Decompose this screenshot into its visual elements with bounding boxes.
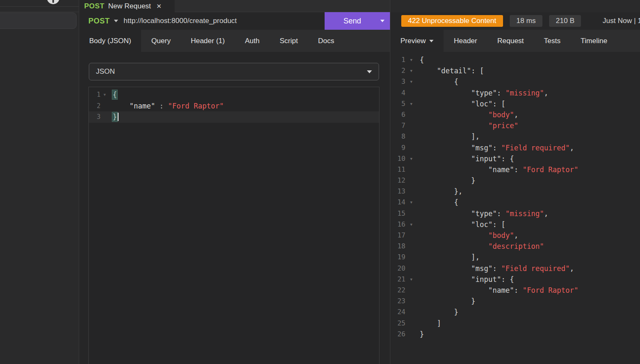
response-timestamp: Just Now | 1 [603,17,640,25]
response-size-badge: 210 B [549,15,581,27]
code-line: 17 "body", [390,230,640,241]
code-text: "input": { [417,153,514,164]
code-line: 14▼ { [390,197,640,208]
line-number: 1 [394,54,405,65]
code-line: 26} [390,329,640,340]
tab-preview[interactable]: Preview [390,30,444,52]
fold-arrow-icon[interactable]: ▼ [405,153,417,164]
status-badge: 422 Unprocessable Content [401,15,503,27]
code-line: 23 } [390,296,640,307]
send-options-chevron-icon[interactable] [380,20,385,22]
response-pane: 422 Unprocessable Content 18 ms 210 B Ju… [390,0,640,364]
code-text: { [417,76,458,87]
line-number: 1 [90,89,101,101]
sidebar-collection-item[interactable] [0,13,77,29]
tab-script[interactable]: Script [270,30,308,52]
tab-response-request[interactable]: Request [487,30,534,52]
code-line: 11 "name": "Ford Raptor" [390,164,640,175]
line-number: 2 [394,65,405,76]
send-button[interactable]: Send [325,12,390,30]
line-number: 20 [394,263,405,274]
request-tab[interactable]: POST New Request ✕ [79,0,175,12]
line-number: 24 [394,307,405,318]
tab-query[interactable]: Query [141,30,181,52]
code-text: "price" [417,120,518,131]
body-type-select[interactable]: JSON [89,63,379,80]
line-number: 23 [394,296,405,307]
code-line: 2▼ "detail": [ [390,65,640,76]
line-number: 15 [394,208,405,219]
line-number: 14 [394,197,405,208]
code-text: } [417,175,475,186]
code-line: 5▼ "loc": [ [390,98,640,109]
line-number: 3 [394,76,405,87]
line-number: 12 [394,175,405,186]
close-tab-icon[interactable]: ✕ [156,3,162,10]
line-number: 18 [394,241,405,252]
code-line: 6 "body", [390,109,640,120]
code-text: "type": "missing", [417,208,548,219]
tab-docs[interactable]: Docs [308,30,344,52]
line-number: 16 [394,219,405,230]
code-line: 4 "type": "missing", [390,88,640,98]
line-number: 5 [394,98,405,109]
chevron-down-icon [367,70,372,73]
tab-header[interactable]: Header (1) [181,30,235,52]
response-time-badge: 18 ms [510,15,542,27]
fold-arrow-icon[interactable]: ▼ [101,89,109,101]
line-number: 11 [394,164,405,175]
url-input[interactable]: http://localhost:8000/create_product [124,17,237,25]
sidebar-divider [0,12,79,12]
fold-arrow-icon[interactable]: ▼ [405,274,417,285]
line-number: 10 [394,153,405,164]
tab-tests[interactable]: Tests [534,30,571,52]
fold-arrow-icon[interactable]: ▼ [405,76,417,87]
response-viewer: 1▼{2▼ "detail": [3▼ {4 "type": "missing"… [390,52,640,364]
response-section-tabs: Preview Header Request Tests Timeline [390,30,640,52]
line-number: 19 [394,252,405,263]
fold-arrow-icon[interactable]: ▼ [405,98,417,109]
line-number: 22 [394,285,405,296]
code-line: 24 } [390,307,640,318]
line-number: 26 [394,329,405,340]
code-line: 12 } [390,175,640,186]
line-number: 8 [394,131,405,142]
fold-arrow-icon[interactable]: ▼ [405,65,417,76]
tab-method-label: POST [84,2,104,10]
code-text: "msg": "Field required", [417,263,574,274]
code-text: "msg": "Field required", [417,142,574,153]
tab-timeline[interactable]: Timeline [570,30,617,52]
pane-divider [79,0,79,364]
code-text: "input": { [417,274,514,285]
fold-arrow-icon[interactable]: ▼ [405,219,417,230]
chevron-down-icon[interactable] [114,20,118,22]
fold-arrow-icon[interactable]: ▼ [405,197,417,208]
tab-auth[interactable]: Auth [235,30,270,52]
request-tab-bar: POST New Request ✕ [79,0,390,12]
line-number: 6 [394,109,405,120]
sidebar-divider [0,6,79,7]
code-text: } [417,329,424,340]
code-text: "detail": [ [417,65,484,76]
line-number: 17 [394,230,405,241]
code-line: 19 ], [390,252,640,263]
send-button-label: Send [343,17,361,26]
code-text: "body", [417,230,518,241]
code-text: "loc": [ [417,98,506,109]
info-icon[interactable] [47,0,59,4]
code-text: } [417,307,458,318]
chevron-down-icon [429,40,434,42]
code-text: } [109,111,119,123]
tab-body-json[interactable]: Body (JSON) [79,30,141,52]
code-line: 25 ] [390,318,640,329]
method-selector[interactable]: POST [88,17,110,26]
code-text: }, [417,186,462,197]
code-text: ] [417,318,441,329]
code-line: 22 "name": "Ford Raptor" [390,285,640,296]
tab-response-header[interactable]: Header [444,30,487,52]
request-body-editor[interactable]: 1▼{2 "name" : "Ford Raptor"3} [88,87,379,364]
line-number: 9 [394,142,405,153]
code-line: 3} [89,111,379,123]
line-number: 3 [90,111,101,123]
fold-arrow-icon[interactable]: ▼ [405,54,417,65]
